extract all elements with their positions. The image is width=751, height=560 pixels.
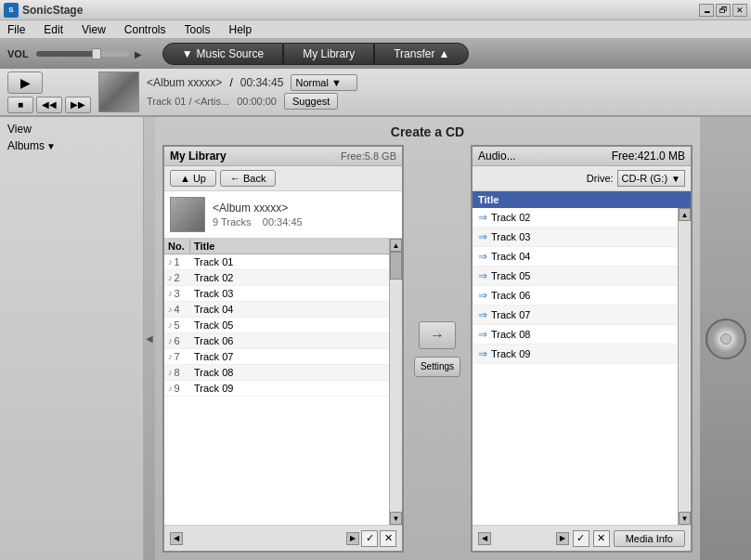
cd-hscroll-left[interactable]: ◀ xyxy=(478,532,491,545)
list-item[interactable]: ⇒ Track 02 xyxy=(473,208,678,228)
list-item[interactable]: ♪ 5 Track 05 xyxy=(164,318,389,333)
quality-selector[interactable]: Normal ▼ xyxy=(291,74,356,91)
cd-scroll-up[interactable]: ▲ xyxy=(679,208,691,221)
transfer-button[interactable]: → xyxy=(419,321,456,349)
restore-button[interactable]: 🗗 xyxy=(716,4,731,17)
transfer-arrow: ▲ xyxy=(438,47,449,60)
sidebar-item-albums[interactable]: Albums ▼ xyxy=(4,137,139,154)
cd-track-arrow: ⇒ xyxy=(478,250,487,263)
next-button[interactable]: ▶▶ xyxy=(65,97,91,113)
track-number: ♪ 9 xyxy=(164,383,190,394)
list-item[interactable]: ♪ 7 Track 07 xyxy=(164,349,389,365)
list-item[interactable]: ⇒ Track 06 xyxy=(473,286,678,306)
nav-back-button[interactable]: ← Back xyxy=(220,170,276,187)
music-icon: ♪ xyxy=(168,273,173,282)
cd-scrollbar[interactable]: ▲ ▼ xyxy=(678,208,691,525)
transfer-area: → Settings xyxy=(409,145,465,553)
minimize-button[interactable]: 🗕 xyxy=(699,4,714,17)
list-item[interactable]: ♪ 1 Track 01 xyxy=(164,254,389,270)
settings-button[interactable]: Settings xyxy=(414,357,460,377)
list-item[interactable]: ♪ 9 Track 09 xyxy=(164,381,389,397)
list-item[interactable]: ⇒ Track 08 xyxy=(473,325,678,345)
list-item[interactable]: ⇒ Track 07 xyxy=(473,306,678,325)
tab-my-library[interactable]: My Library xyxy=(283,43,374,65)
scroll-down-arrow[interactable]: ▼ xyxy=(390,512,402,525)
album-info: <Album xxxxx> 9 Tracks 00:34:45 xyxy=(164,191,402,239)
music-source-label: Music Source xyxy=(197,47,265,60)
track-info: <Album xxxxx> / 00:34:45 Normal ▼ Track … xyxy=(147,74,744,110)
cd-track-title: Track 07 xyxy=(491,309,530,320)
media-info-button[interactable]: Media Info xyxy=(614,530,685,547)
dialog-area: Create a CD My Library Free:5.8 GB ▲ Up … xyxy=(155,117,700,560)
list-item[interactable]: ♪ 3 Track 03 xyxy=(164,286,389,302)
list-item[interactable]: ⇒ Track 03 xyxy=(473,228,678,247)
cd-track-title: Track 08 xyxy=(491,329,530,340)
library-header: My Library Free:5.8 GB xyxy=(164,147,402,166)
stop-button[interactable]: ■ xyxy=(7,97,33,113)
close-button[interactable]: ✕ xyxy=(732,4,747,17)
hscroll-left-arrow[interactable]: ◀ xyxy=(170,532,183,545)
tab-music-source[interactable]: ▼ Music Source xyxy=(162,43,284,65)
scroll-up-arrow[interactable]: ▲ xyxy=(390,239,402,252)
library-scrollbar[interactable]: ▲ ▼ xyxy=(389,239,402,525)
audio-free: Free:421.0 MB xyxy=(612,150,685,163)
drive-label: Drive: xyxy=(587,173,614,184)
list-item[interactable]: ⇒ Track 09 xyxy=(473,345,678,364)
list-item[interactable]: ⇒ Track 05 xyxy=(473,267,678,286)
cd-track-arrow: ⇒ xyxy=(478,289,487,302)
cd-scroll-down[interactable]: ▼ xyxy=(679,512,691,525)
nav-up-button[interactable]: ▲ Up xyxy=(170,170,216,187)
hscroll-right-arrow[interactable]: ▶ xyxy=(346,532,359,545)
panels-row: My Library Free:5.8 GB ▲ Up ← Back xyxy=(162,145,693,553)
transfer-label: Transfer xyxy=(394,47,434,60)
volume-thumb[interactable] xyxy=(92,48,101,59)
audio-header: Audio... Free:421.0 MB xyxy=(473,147,691,166)
audio-x-button[interactable]: ✕ xyxy=(593,530,610,547)
back-icon: ← xyxy=(230,173,240,184)
main-content: View Albums ▼ ◀ Create a CD My Library F… xyxy=(0,117,751,560)
cd-scroll-track[interactable] xyxy=(679,221,691,512)
col-header-title: Title xyxy=(190,239,389,254)
suggest-button[interactable]: Suggest xyxy=(284,93,338,110)
cd-track-arrow: ⇒ xyxy=(478,230,487,243)
track-number: ♪ 7 xyxy=(164,351,190,362)
library-nav: ▲ Up ← Back xyxy=(164,166,402,191)
list-item[interactable]: ♪ 4 Track 04 xyxy=(164,302,389,318)
menu-tools[interactable]: Tools xyxy=(181,23,214,36)
track-list[interactable]: ♪ 1 Track 01 ♪ 2 Track 02 ♪ 3 Track 03 ♪… xyxy=(164,254,389,525)
album-thumbnail xyxy=(170,197,205,232)
track-title: Track 08 xyxy=(190,367,389,378)
track-title-row: <Album xxxxx> / 00:34:45 Normal ▼ xyxy=(147,74,744,91)
player-bar: ▶ ■ ◀◀ ▶▶ <Album xxxxx> / 00:34:45 Norma… xyxy=(0,69,751,117)
list-item[interactable]: ⇒ Track 04 xyxy=(473,247,678,267)
menu-help[interactable]: Help xyxy=(226,23,256,36)
menu-edit[interactable]: Edit xyxy=(40,23,67,36)
library-check-button[interactable]: ✓ xyxy=(361,530,378,547)
collapse-handle[interactable]: ◀ xyxy=(144,117,155,560)
audio-footer: ◀ ▶ ✓ ✕ Media Info xyxy=(473,525,691,551)
drive-select[interactable]: CD-R (G:) ▼ xyxy=(617,170,685,187)
cd-hscroll-right[interactable]: ▶ xyxy=(556,532,569,545)
volume-slider[interactable] xyxy=(36,51,129,57)
library-x-button[interactable]: ✕ xyxy=(380,530,396,547)
cd-track-title: Track 05 xyxy=(491,270,530,281)
sidebar-albums-label: Albums xyxy=(7,139,45,152)
cd-track-list[interactable]: ⇒ Track 02 ⇒ Track 03 ⇒ Track 04 ⇒ Track… xyxy=(473,208,678,525)
list-item[interactable]: ♪ 2 Track 02 xyxy=(164,270,389,286)
menu-file[interactable]: File xyxy=(4,23,29,36)
cd-track-arrow: ⇒ xyxy=(478,347,487,360)
library-footer: ◀ ▶ ✓ ✕ xyxy=(164,525,402,551)
prev-button[interactable]: ◀◀ xyxy=(36,97,62,113)
scroll-thumb[interactable] xyxy=(390,252,402,280)
menu-controls[interactable]: Controls xyxy=(121,23,170,36)
tab-transfer[interactable]: Transfer ▲ xyxy=(374,43,469,65)
music-icon: ♪ xyxy=(168,320,173,330)
track-list-container: No. Title ♪ 1 Track 01 ♪ 2 Track 02 xyxy=(164,239,402,525)
play-button[interactable]: ▶ xyxy=(7,72,43,94)
audio-check-button[interactable]: ✓ xyxy=(573,530,589,547)
list-item[interactable]: ♪ 8 Track 08 xyxy=(164,365,389,381)
list-item[interactable]: ♪ 6 Track 06 xyxy=(164,333,389,349)
up-icon: ▲ xyxy=(180,173,190,184)
menu-view[interactable]: View xyxy=(78,23,110,36)
scroll-track[interactable] xyxy=(390,252,402,512)
